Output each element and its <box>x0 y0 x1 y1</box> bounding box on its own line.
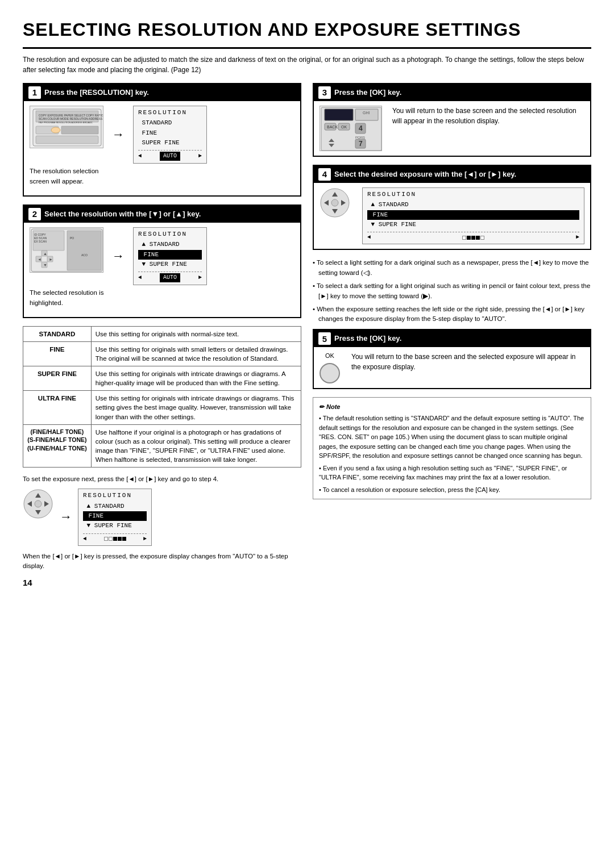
res-arrow-right-1: ► <box>198 152 202 160</box>
step3-number: 3 <box>318 86 331 99</box>
res-title-2: RESOLUTION <box>138 230 202 239</box>
exposure-arrow: → <box>60 508 72 526</box>
fax-device2-svg: ID COPY ED SCAN EX SCAN ▲ ◄ ► ▼ <box>30 228 104 273</box>
table-row: ULTRA FINE Use this setting for original… <box>23 391 301 424</box>
exposure-bar-indicator <box>104 537 126 541</box>
table-val-halftone: Use halftone if your original is a photo… <box>91 424 301 467</box>
step5-caption: You will return to the base screen and t… <box>346 352 584 372</box>
svg-rect-6 <box>61 126 98 134</box>
step4-right: RESOLUTION ▲ STANDARD FINE ▼ SUPER FINE … <box>356 187 584 245</box>
step1-arrow: → <box>109 126 127 144</box>
ok-label: OK <box>325 352 334 360</box>
step3-content-row: GHI BACK OK 4 PQRS <box>320 106 584 151</box>
step1-content-row: COPY EXPOSURE PAPER SELECT COPY RATIO AU… <box>30 106 294 164</box>
bullet-2: • To select a dark setting for a light o… <box>313 281 591 302</box>
svg-text:►: ► <box>49 257 53 261</box>
res-superfine-4: ▼ SUPER FINE <box>367 220 579 229</box>
step4-header: 4 Select the desired exposure with the [… <box>314 166 590 183</box>
res-superfine-2: ▼ SUPER FINE <box>138 260 202 269</box>
step5-content-row: OK You will return to the base screen an… <box>320 352 584 383</box>
svg-point-51 <box>331 199 338 206</box>
step4-number: 4 <box>318 168 331 181</box>
step3-header: 3 Press the [OK] key. <box>314 84 590 101</box>
svg-text:EX SCAN: EX SCAN <box>34 240 47 243</box>
table-key-superfine: SUPER FINE <box>23 366 92 391</box>
res-standard-1: STANDARD <box>138 118 202 128</box>
step1-box: 1 Press the [RESOLUTION] key. COPY EXPOS… <box>23 83 301 197</box>
step2-arrow: → <box>109 248 127 265</box>
note-label: Note <box>326 402 340 412</box>
step2-header: 2 Select the resolution with the [▼] or … <box>24 206 300 223</box>
svg-text:▲: ▲ <box>43 252 47 256</box>
res-fine-2: FINE <box>138 250 202 260</box>
svg-text:PQRS: PQRS <box>355 136 365 139</box>
res-arrow-left-2: ◄ <box>138 274 142 282</box>
table-val-standard: Use this setting for originals with norm… <box>91 326 301 341</box>
step2-resolution-display: RESOLUTION ▲ STANDARD FINE ▼ SUPER FINE … <box>133 227 207 286</box>
step5-box: 5 Press the [OK] key. OK You will return… <box>313 329 591 389</box>
step5-header: 5 Press the [OK] key. <box>314 330 590 347</box>
res-superfine-exp: ▼ SUPER FINE <box>83 521 147 531</box>
page-title: SELECTING RESOLUTION AND EXPOSURE SETTIN… <box>23 17 591 49</box>
res-arrow-left-1: ◄ <box>138 152 142 160</box>
exposure-bar-4 <box>462 236 484 240</box>
step3-caption: You will return to the base screen and t… <box>388 106 584 126</box>
svg-text:FAX PROGRAM RESOLUTION ADDRESS: FAX PROGRAM RESOLUTION ADDRESS BROADC <box>39 121 93 124</box>
res-title-exp: RESOLUTION <box>83 491 147 500</box>
table-key-ultrafine: ULTRA FINE <box>23 391 92 424</box>
settings-table: STANDARD Use this setting for originals … <box>23 326 301 468</box>
res-fine-4: FINE <box>367 210 579 220</box>
step1-content: COPY EXPOSURE PAPER SELECT COPY RATIO AU… <box>24 101 300 195</box>
table-key-halftone: (FINE/HALF TONE)(S-FINE/HALF TONE)(U-FIN… <box>23 424 92 467</box>
svg-text:ACO: ACO <box>81 253 88 257</box>
svg-rect-7 <box>36 136 98 144</box>
step1-number: 1 <box>28 86 41 99</box>
step4-content: RESOLUTION ▲ STANDARD FINE ▼ SUPER FINE … <box>314 183 590 249</box>
step2-caption: The selected resolution ishighlighted. <box>30 288 294 308</box>
svg-point-8 <box>51 127 60 133</box>
note-line-1: • The default resolution setting is "STA… <box>319 414 585 461</box>
step3-box: 3 Press the [OK] key. GHI <box>313 83 591 157</box>
step2-label: Select the resolution with the [▼] or [▲… <box>44 209 201 219</box>
step2-content-row: ID COPY ED SCAN EX SCAN ▲ ◄ ► ▼ <box>30 227 294 286</box>
ok-button-circle <box>320 363 340 383</box>
svg-text:7: 7 <box>359 140 363 148</box>
step4-arrow-nav <box>320 187 351 219</box>
step5-number: 5 <box>318 332 331 345</box>
note-line-3: • To cancel a resolution or exposure sel… <box>319 485 585 495</box>
step5-label: Press the [OK] key. <box>334 333 401 344</box>
step2-bottom2-caption: When the [◄] or [►] key is pressed, the … <box>23 552 301 571</box>
svg-text:BACK: BACK <box>327 125 338 129</box>
bullet-3: • When the exposure setting reaches the … <box>313 304 591 325</box>
table-row: (FINE/HALF TONE)(S-FINE/HALF TONE)(U-FIN… <box>23 424 301 467</box>
exposure-resolution-display: RESOLUTION ▲ STANDARD FINE ▼ SUPER FINE … <box>78 489 152 546</box>
res-standard-2: ▲ STANDARD <box>138 240 202 249</box>
table-row: STANDARD Use this setting for originals … <box>23 326 301 341</box>
step5-content: OK You will return to the base screen an… <box>314 347 590 387</box>
res-arrow-right-exp: ► <box>143 535 147 543</box>
res-fine-exp: FINE <box>83 511 147 521</box>
res-arrow-right-2: ► <box>198 274 202 282</box>
note-icon: ✏ Note <box>319 402 340 412</box>
res-auto-row-4: ◄ ► <box>367 232 579 241</box>
res-auto-label-2: AUTO <box>160 273 180 282</box>
bullet-list: • To select a light setting for a dark o… <box>313 258 591 324</box>
step2-content: ID COPY ED SCAN EX SCAN ▲ ◄ ► ▼ <box>24 223 300 317</box>
res-auto-row-1: ◄ AUTO ► <box>138 150 202 161</box>
step1-label: Press the [RESOLUTION] key. <box>44 87 149 98</box>
res-arrow-left-exp: ◄ <box>83 535 86 543</box>
table-row: FINE Use this setting for originals with… <box>23 342 301 366</box>
exposure-display-section: → RESOLUTION ▲ STANDARD FINE ▼ SUPER FIN… <box>23 489 301 546</box>
res-auto-row-2: ◄ AUTO ► <box>138 272 202 282</box>
res-title-1: RESOLUTION <box>138 108 202 117</box>
table-val-ultrafine: Use this setting for originals with intr… <box>91 391 301 424</box>
step1-header: 1 Press the [RESOLUTION] key. <box>24 84 300 101</box>
pencil-icon: ✏ <box>319 402 324 412</box>
table-key-fine: FINE <box>23 342 92 366</box>
step2-number: 2 <box>28 208 41 220</box>
table-row: SUPER FINE Use this setting for original… <box>23 366 301 391</box>
exposure-next-caption: To set the exposure next, press the [◄] … <box>23 474 301 484</box>
svg-text:GHI: GHI <box>363 111 370 115</box>
step4-box: 4 Select the desired exposure with the [… <box>313 165 591 251</box>
res-auto-row-exp: ◄ ► <box>83 533 147 543</box>
